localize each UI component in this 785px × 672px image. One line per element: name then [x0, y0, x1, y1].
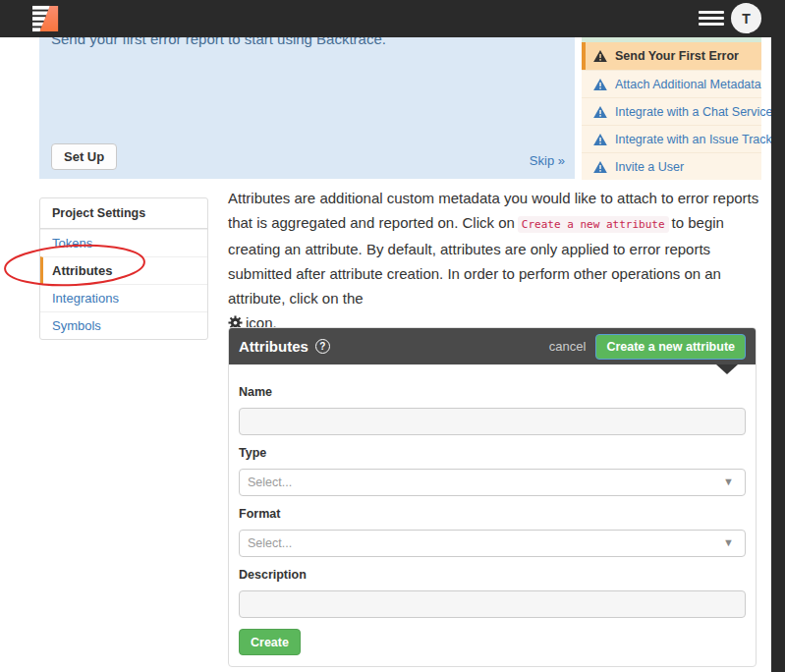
type-label: Type [239, 446, 746, 460]
warning-triangle-icon [593, 79, 607, 90]
skip-link[interactable]: Skip » [530, 153, 565, 168]
project-settings-nav: Project Settings Tokens Attributes Integ… [39, 197, 208, 340]
cancel-link[interactable]: cancel [549, 339, 587, 354]
description-input[interactable] [239, 590, 746, 618]
sidebar-item-symbols[interactable]: Symbols [40, 311, 207, 339]
onboarding-banner: Send your first error report to start us… [39, 29, 575, 179]
format-select[interactable]: Select... ▼ [239, 530, 746, 557]
backtrace-logo-icon[interactable] [32, 4, 60, 33]
checklist-item-invite-user[interactable]: Invite a User [582, 152, 761, 180]
sidebar-item-attributes[interactable]: Attributes [40, 256, 207, 284]
checklist-item-label: Invite a User [615, 160, 684, 174]
checklist-item-label: Send Your First Error [615, 49, 739, 63]
window-edge [771, 0, 785, 672]
onboarding-checklist: Send Your First Error Attach Additional … [582, 37, 761, 180]
format-select-placeholder: Select... [248, 536, 292, 550]
checklist-item-send-first-error[interactable]: Send Your First Error [582, 42, 761, 70]
attributes-panel: Attributes ? cancel Create a new attribu… [228, 327, 757, 667]
type-select-placeholder: Select... [248, 476, 292, 489]
attributes-description: Attributes are additional custom metadat… [228, 186, 775, 335]
create-new-attribute-button[interactable]: Create a new attribute [595, 334, 746, 360]
menu-icon[interactable] [699, 11, 724, 27]
checklist-item-label: Integrate with an Issue Tracker [615, 133, 783, 146]
checklist-item-label: Integrate with a Chat Service [615, 105, 773, 119]
sidebar-item-integrations[interactable]: Integrations [40, 284, 207, 311]
warning-triangle-icon [593, 134, 607, 145]
top-navbar: T [0, 0, 785, 37]
checklist-item-label: Attach Additional Metadata [615, 78, 761, 91]
attribute-form: Name Type Select... ▼ Format Select... ▼… [229, 364, 756, 666]
name-label: Name [239, 385, 746, 399]
inline-code-create-attribute: Create a new attribute [518, 216, 669, 233]
sidebar-title: Project Settings [40, 198, 207, 229]
chevron-down-icon: ▼ [723, 536, 734, 548]
checklist-item-chat-service[interactable]: Integrate with a Chat Service [582, 97, 761, 125]
description-label: Description [239, 568, 746, 582]
warning-triangle-icon [593, 161, 607, 173]
sidebar-item-tokens[interactable]: Tokens [40, 229, 207, 256]
checklist-item-attach-metadata[interactable]: Attach Additional Metadata [582, 70, 761, 97]
format-label: Format [239, 507, 746, 521]
set-up-button[interactable]: Set Up [51, 143, 117, 170]
warning-triangle-icon [593, 106, 607, 118]
caret-down-pointer [716, 364, 738, 374]
type-select[interactable]: Select... ▼ [239, 469, 746, 496]
panel-title: Attributes [239, 338, 308, 355]
app-window: T Send your first error report to start … [0, 0, 785, 672]
warning-triangle-icon [593, 50, 607, 62]
chevron-down-icon: ▼ [723, 476, 734, 487]
attributes-panel-header: Attributes ? cancel Create a new attribu… [229, 328, 756, 364]
create-button[interactable]: Create [239, 629, 301, 655]
checklist-item-issue-tracker[interactable]: Integrate with an Issue Tracker [582, 125, 761, 152]
help-icon[interactable]: ? [315, 339, 330, 354]
name-input[interactable] [239, 408, 746, 435]
user-avatar[interactable]: T [731, 3, 761, 33]
